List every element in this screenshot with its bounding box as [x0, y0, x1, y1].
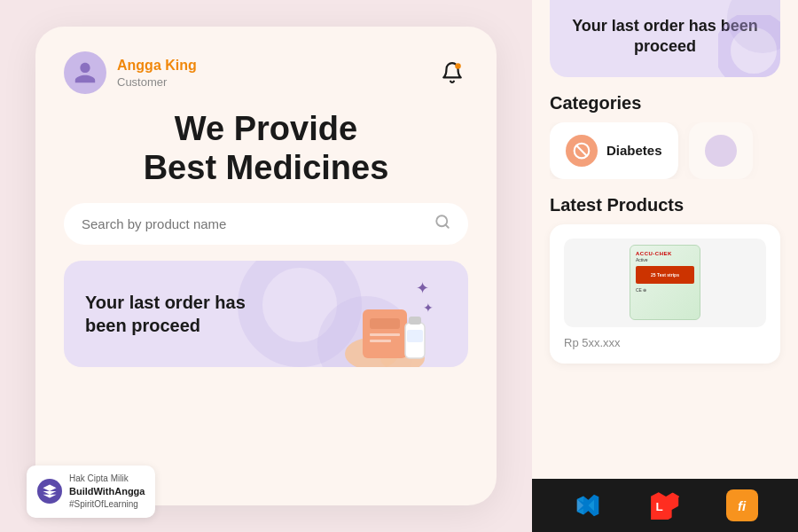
figma-icon: fi: [724, 488, 760, 523]
watermark-hashtag: #SpiritOfLearning: [69, 498, 145, 511]
laravel-svg: L: [651, 491, 679, 520]
watermark-tagline: Hak Cipta Milik: [69, 473, 145, 485]
latest-products-section: Latest Products ACCU-CHEK Active 25 Test…: [550, 195, 780, 364]
order-banner-text: Your last order has been proceed: [85, 291, 262, 337]
hero-title: We Provide Best Medicines: [64, 110, 468, 187]
categories-section: Categories Diabetes: [550, 93, 780, 179]
user-info: Angga King Customer: [64, 51, 197, 94]
bottom-icons-bar: L fi: [532, 479, 798, 532]
accu-chek-bottom-text: CE ⊕: [636, 287, 694, 293]
product-image-area: ACCU-CHEK Active 25 Test strips CE ⊕: [564, 239, 766, 327]
figma-label: fi: [726, 489, 758, 521]
accu-chek-count: 25 Test strips: [651, 272, 679, 278]
svg-text:✦: ✦: [423, 301, 434, 315]
svg-rect-6: [370, 318, 400, 329]
header-row: Angga King Customer: [64, 51, 468, 94]
sparkle-icon: ✦: [416, 278, 429, 298]
watermark-brand: BuildWithAngga: [69, 485, 145, 498]
user-role: Customer: [117, 75, 197, 89]
watermark: Hak Cipta Milik BuildWithAngga #SpiritOf…: [27, 466, 155, 518]
svg-line-15: [576, 145, 587, 156]
svg-rect-7: [370, 333, 400, 336]
product-card-accu-chek[interactable]: ACCU-CHEK Active 25 Test strips CE ⊕ Rp …: [550, 224, 780, 364]
left-panel: Angga King Customer We Provide Best Medi…: [0, 0, 532, 532]
diabetes-category-icon: [566, 135, 598, 167]
watermark-logo-icon: [42, 483, 58, 499]
user-name: Angga King: [117, 58, 197, 74]
hero-text: We Provide Best Medicines: [64, 110, 468, 187]
category-card-diabetes[interactable]: Diabetes: [550, 122, 678, 179]
partial-category-icon: [705, 135, 737, 167]
right-panel: Your last order has been proceed Categor…: [532, 0, 798, 532]
accu-chek-model: Active: [636, 257, 694, 262]
avatar: [64, 51, 106, 94]
search-bar[interactable]: [64, 203, 468, 245]
accu-chek-illustration: ACCU-CHEK Active 25 Test strips CE ⊕: [630, 245, 700, 320]
watermark-logo: [37, 479, 62, 504]
svg-line-2: [445, 225, 448, 228]
phone-card: Angga King Customer We Provide Best Medi…: [35, 27, 497, 505]
categories-row: Diabetes: [550, 122, 780, 179]
laravel-icon: L: [647, 488, 683, 523]
search-icon: [434, 214, 450, 234]
figma-text: fi: [738, 498, 746, 513]
user-details: Angga King Customer: [117, 58, 197, 89]
vscode-svg: [575, 493, 600, 518]
watermark-text: Hak Cipta Milik BuildWithAngga #SpiritOf…: [69, 473, 145, 511]
svg-rect-11: [407, 330, 423, 342]
svg-text:L: L: [656, 500, 663, 513]
notification-bell-button[interactable]: [436, 57, 468, 89]
svg-point-0: [455, 63, 461, 69]
user-avatar-icon: [73, 60, 98, 85]
svg-point-13: [723, 20, 780, 77]
product-price: Rp 5xx.xxx: [564, 336, 766, 349]
category-card-partial[interactable]: [689, 122, 753, 179]
svg-rect-8: [370, 340, 391, 342]
latest-products-title: Latest Products: [550, 195, 780, 215]
accu-chek-brand: ACCU-CHEK: [636, 251, 694, 256]
order-banner: Your last order has been proceed ✦: [64, 261, 468, 367]
svg-rect-10: [409, 317, 421, 325]
right-top-banner: Your last order has been proceed: [550, 0, 780, 77]
medicine-illustration: ✦ ✦: [323, 270, 447, 367]
search-input[interactable]: [82, 216, 426, 231]
right-deco-ring: [718, 15, 780, 77]
vscode-icon: [570, 488, 606, 523]
bell-icon: [441, 61, 464, 84]
accu-chek-stripe: 25 Test strips: [636, 266, 694, 284]
no-sign-icon: [573, 142, 591, 160]
categories-title: Categories: [550, 93, 780, 113]
category-name: Diabetes: [606, 143, 662, 158]
